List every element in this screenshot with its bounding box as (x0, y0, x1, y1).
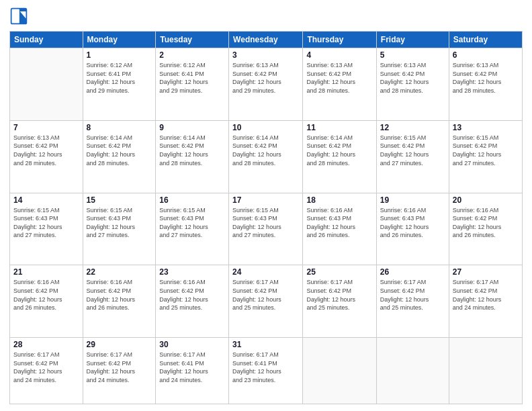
calendar-cell: 7Sunrise: 6:13 AM Sunset: 6:42 PM Daylig… (10, 120, 83, 193)
day-info: Sunrise: 6:13 AM Sunset: 6:42 PM Dayligh… (380, 61, 445, 95)
day-info: Sunrise: 6:12 AM Sunset: 6:41 PM Dayligh… (159, 61, 225, 95)
day-number: 22 (87, 267, 152, 277)
calendar-cell: 23Sunrise: 6:16 AM Sunset: 6:42 PM Dayli… (156, 265, 229, 338)
day-number: 12 (380, 123, 445, 132)
calendar-cell: 11Sunrise: 6:14 AM Sunset: 6:42 PM Dayli… (303, 120, 376, 193)
day-number: 30 (159, 340, 225, 349)
day-number: 20 (453, 195, 519, 205)
day-number: 3 (232, 50, 299, 60)
calendar-cell: 14Sunrise: 6:15 AM Sunset: 6:43 PM Dayli… (10, 193, 83, 265)
day-number: 1 (87, 50, 152, 60)
day-info: Sunrise: 6:17 AM Sunset: 6:42 PM Dayligh… (87, 351, 152, 384)
weekday-saturday: Saturday (449, 32, 522, 48)
day-info: Sunrise: 6:14 AM Sunset: 6:42 PM Dayligh… (159, 134, 225, 167)
day-info: Sunrise: 6:14 AM Sunset: 6:42 PM Dayligh… (87, 134, 152, 167)
weekday-sunday: Sunday (10, 32, 83, 48)
weekday-monday: Monday (83, 32, 156, 48)
calendar-cell: 2Sunrise: 6:12 AM Sunset: 6:41 PM Daylig… (156, 48, 229, 121)
day-info: Sunrise: 6:16 AM Sunset: 6:42 PM Dayligh… (87, 278, 152, 312)
day-info: Sunrise: 6:16 AM Sunset: 6:42 PM Dayligh… (13, 278, 79, 312)
logo (9, 7, 31, 26)
day-number: 14 (13, 195, 79, 205)
day-number: 2 (159, 50, 225, 60)
day-info: Sunrise: 6:15 AM Sunset: 6:43 PM Dayligh… (232, 206, 299, 240)
calendar-cell: 31Sunrise: 6:17 AM Sunset: 6:41 PM Dayli… (229, 338, 303, 404)
calendar-cell: 21Sunrise: 6:16 AM Sunset: 6:42 PM Dayli… (10, 265, 83, 338)
day-info: Sunrise: 6:17 AM Sunset: 6:42 PM Dayligh… (13, 351, 79, 384)
week-row-5: 28Sunrise: 6:17 AM Sunset: 6:42 PM Dayli… (10, 338, 523, 404)
calendar-cell: 15Sunrise: 6:15 AM Sunset: 6:43 PM Dayli… (83, 193, 156, 265)
day-number: 29 (87, 340, 152, 349)
day-number: 15 (87, 195, 152, 205)
calendar: SundayMondayTuesdayWednesdayThursdayFrid… (9, 31, 523, 404)
calendar-cell (376, 338, 449, 404)
day-number: 13 (453, 123, 519, 132)
weekday-wednesday: Wednesday (229, 32, 303, 48)
calendar-cell: 29Sunrise: 6:17 AM Sunset: 6:42 PM Dayli… (83, 338, 156, 404)
day-number: 11 (306, 123, 372, 132)
day-number: 21 (13, 267, 79, 277)
day-info: Sunrise: 6:15 AM Sunset: 6:42 PM Dayligh… (453, 134, 519, 167)
day-number: 7 (13, 123, 79, 132)
header (9, 7, 523, 26)
weekday-header-row: SundayMondayTuesdayWednesdayThursdayFrid… (10, 32, 523, 48)
day-info: Sunrise: 6:17 AM Sunset: 6:41 PM Dayligh… (159, 351, 225, 384)
calendar-cell: 26Sunrise: 6:17 AM Sunset: 6:42 PM Dayli… (376, 265, 449, 338)
day-number: 28 (13, 340, 79, 349)
calendar-cell: 17Sunrise: 6:15 AM Sunset: 6:43 PM Dayli… (229, 193, 303, 265)
week-row-2: 7Sunrise: 6:13 AM Sunset: 6:42 PM Daylig… (10, 120, 523, 193)
day-number: 31 (232, 340, 299, 349)
calendar-cell: 12Sunrise: 6:15 AM Sunset: 6:42 PM Dayli… (376, 120, 449, 193)
calendar-cell: 13Sunrise: 6:15 AM Sunset: 6:42 PM Dayli… (449, 120, 522, 193)
day-info: Sunrise: 6:17 AM Sunset: 6:42 PM Dayligh… (380, 278, 445, 312)
calendar-cell (303, 338, 376, 404)
day-info: Sunrise: 6:15 AM Sunset: 6:43 PM Dayligh… (87, 206, 152, 240)
calendar-cell: 27Sunrise: 6:17 AM Sunset: 6:42 PM Dayli… (449, 265, 522, 338)
weekday-thursday: Thursday (303, 32, 376, 48)
calendar-cell: 6Sunrise: 6:13 AM Sunset: 6:42 PM Daylig… (449, 48, 522, 121)
day-info: Sunrise: 6:15 AM Sunset: 6:43 PM Dayligh… (13, 206, 79, 240)
day-info: Sunrise: 6:17 AM Sunset: 6:41 PM Dayligh… (232, 351, 299, 384)
weekday-friday: Friday (376, 32, 449, 48)
calendar-cell (449, 338, 522, 404)
page: SundayMondayTuesdayWednesdayThursdayFrid… (0, 0, 532, 411)
calendar-cell: 5Sunrise: 6:13 AM Sunset: 6:42 PM Daylig… (376, 48, 449, 121)
day-info: Sunrise: 6:16 AM Sunset: 6:43 PM Dayligh… (380, 206, 445, 240)
day-info: Sunrise: 6:17 AM Sunset: 6:42 PM Dayligh… (453, 278, 519, 312)
day-number: 24 (232, 267, 299, 277)
day-info: Sunrise: 6:17 AM Sunset: 6:42 PM Dayligh… (306, 278, 372, 312)
day-number: 26 (380, 267, 445, 277)
calendar-cell: 22Sunrise: 6:16 AM Sunset: 6:42 PM Dayli… (83, 265, 156, 338)
day-number: 27 (453, 267, 519, 277)
calendar-cell: 4Sunrise: 6:13 AM Sunset: 6:42 PM Daylig… (303, 48, 376, 121)
day-number: 19 (380, 195, 445, 205)
day-number: 17 (232, 195, 299, 205)
day-number: 9 (159, 123, 225, 132)
calendar-cell: 8Sunrise: 6:14 AM Sunset: 6:42 PM Daylig… (83, 120, 156, 193)
svg-rect-2 (12, 9, 19, 24)
day-number: 8 (87, 123, 152, 132)
day-info: Sunrise: 6:13 AM Sunset: 6:42 PM Dayligh… (232, 61, 299, 95)
day-number: 4 (306, 50, 372, 60)
day-number: 6 (453, 50, 519, 60)
day-info: Sunrise: 6:16 AM Sunset: 6:42 PM Dayligh… (159, 278, 225, 312)
calendar-cell: 24Sunrise: 6:17 AM Sunset: 6:42 PM Dayli… (229, 265, 303, 338)
day-info: Sunrise: 6:14 AM Sunset: 6:42 PM Dayligh… (232, 134, 299, 167)
calendar-cell: 3Sunrise: 6:13 AM Sunset: 6:42 PM Daylig… (229, 48, 303, 121)
calendar-cell: 18Sunrise: 6:16 AM Sunset: 6:43 PM Dayli… (303, 193, 376, 265)
calendar-cell: 1Sunrise: 6:12 AM Sunset: 6:41 PM Daylig… (83, 48, 156, 121)
day-info: Sunrise: 6:13 AM Sunset: 6:42 PM Dayligh… (306, 61, 372, 95)
calendar-cell: 25Sunrise: 6:17 AM Sunset: 6:42 PM Dayli… (303, 265, 376, 338)
weekday-tuesday: Tuesday (156, 32, 229, 48)
day-info: Sunrise: 6:15 AM Sunset: 6:43 PM Dayligh… (159, 206, 225, 240)
calendar-cell: 20Sunrise: 6:16 AM Sunset: 6:42 PM Dayli… (449, 193, 522, 265)
day-info: Sunrise: 6:16 AM Sunset: 6:43 PM Dayligh… (306, 206, 372, 240)
day-info: Sunrise: 6:16 AM Sunset: 6:42 PM Dayligh… (453, 206, 519, 240)
calendar-cell (10, 48, 83, 121)
calendar-cell: 30Sunrise: 6:17 AM Sunset: 6:41 PM Dayli… (156, 338, 229, 404)
week-row-4: 21Sunrise: 6:16 AM Sunset: 6:42 PM Dayli… (10, 265, 523, 338)
day-number: 16 (159, 195, 225, 205)
week-row-1: 1Sunrise: 6:12 AM Sunset: 6:41 PM Daylig… (10, 48, 523, 121)
calendar-cell: 16Sunrise: 6:15 AM Sunset: 6:43 PM Dayli… (156, 193, 229, 265)
calendar-cell: 9Sunrise: 6:14 AM Sunset: 6:42 PM Daylig… (156, 120, 229, 193)
